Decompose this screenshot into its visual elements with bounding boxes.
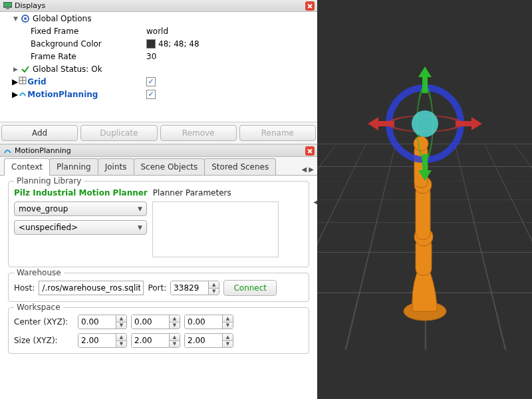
spin-up-icon[interactable]: ▲ [209,281,219,289]
svg-marker-23 [471,117,482,130]
display-toolbar: Add Duplicate Remove Rename [0,122,317,144]
svg-marker-25 [368,117,378,130]
close-icon[interactable] [305,1,315,11]
close-icon[interactable] [305,146,315,156]
grid-icon [18,76,27,87]
chevron-down-icon[interactable]: ▼ [12,15,19,22]
displays-tree: ▼ Global Options Fixed Frame world Backg… [0,12,317,122]
check-icon [19,65,31,74]
motionplanning-checkbox[interactable]: ✓ [146,90,156,99]
fixed-frame-value[interactable]: world [146,27,317,36]
color-swatch [146,39,156,49]
size-z-spinbox[interactable]: ▲▼ [184,333,233,348]
svg-rect-1 [6,7,9,9]
tab-scene-objects[interactable]: Scene Objects [134,158,205,175]
planning-library-title: Planning Library [14,176,84,186]
fixed-frame-row[interactable]: Fixed Frame world [0,25,317,37]
motionplanning-label: MotionPlanning [27,90,98,99]
svg-marker-19 [418,66,432,77]
tab-scroll-right[interactable]: ◀ ▶ [298,166,317,175]
background-color-value[interactable]: 48; 48; 48 [158,39,200,49]
planner-id-combo[interactable]: <unspecified> ▼ [14,220,147,235]
svg-rect-22 [456,121,473,126]
chevron-down-icon: ▼ [138,224,142,231]
grid-row[interactable]: ▶ Grid ✓ [0,75,317,88]
svg-point-3 [24,17,27,20]
move-group-combo[interactable]: move_group ▼ [14,201,147,216]
port-spinbox[interactable]: ▲▼ [170,281,219,295]
spin-down-icon[interactable]: ▼ [209,289,219,295]
planner-id-value: <unspecified> [19,223,78,232]
svg-rect-18 [422,76,428,93]
grid-label: Grid [27,77,46,86]
port-input[interactable] [171,281,208,295]
planning-library-group: Planning Library Pilz Industrial Motion … [8,181,309,267]
svg-point-13 [414,136,428,151]
background-color-label: Background Color [0,39,146,49]
duplicate-button: Duplicate [80,125,157,141]
motion-icon [18,88,27,100]
chevron-right-icon[interactable]: ▶ [12,77,18,86]
planner-params-box [152,201,279,257]
displays-panel-header: Displays [0,0,317,12]
host-input[interactable] [39,281,144,295]
background-color-row[interactable]: Background Color 48; 48; 48 [0,37,317,50]
frame-rate-label: Frame Rate [0,52,146,61]
frame-rate-value[interactable]: 30 [146,52,317,61]
motion-tabs: Context Planning Joints Scene Objects St… [0,157,317,176]
chevron-right-icon[interactable]: ▶ [12,66,19,72]
center-label: Center (XYZ): [14,317,74,327]
fixed-frame-label: Fixed Frame [0,27,146,36]
center-x-spinbox[interactable]: ▲▼ [78,315,127,329]
chevron-down-icon: ▼ [138,205,142,212]
displays-title: Displays [15,1,305,10]
svg-rect-24 [377,121,394,126]
remove-button: Remove [160,125,237,141]
center-z-spinbox[interactable]: ▲▼ [184,315,233,329]
tab-planning[interactable]: Planning [49,158,98,175]
warehouse-title: Warehouse [14,268,64,277]
planner-name: Pilz Industrial Motion Planner [14,188,148,198]
tab-context[interactable]: Context [4,158,50,176]
size-x-spinbox[interactable]: ▲▼ [78,333,127,348]
connect-button[interactable]: Connect [223,280,277,296]
move-group-value: move_group [19,204,68,213]
workspace-group: Workspace Center (XYZ): ▲▼ ▲▼ ▲▼ Size (X… [8,307,309,354]
svg-point-17 [412,110,438,137]
center-y-spinbox[interactable]: ▲▼ [131,315,180,329]
svg-rect-20 [422,154,428,172]
gear-icon [19,14,31,23]
grid-checkbox[interactable]: ✓ [146,77,156,86]
port-label: Port: [148,283,166,293]
workspace-title: Workspace [14,303,63,312]
global-options-label: Global Options [31,14,91,23]
add-button[interactable]: Add [1,125,78,141]
chevron-right-icon[interactable]: ▶ [12,90,18,99]
size-label: Size (XYZ): [14,336,74,345]
host-label: Host: [14,283,35,293]
global-status-row[interactable]: ▶ Global Status: Ok [0,63,317,75]
motionplanning-panel-header: MotionPlanning [0,145,317,157]
rename-button: Rename [239,125,316,141]
motion-icon [3,146,12,156]
svg-rect-0 [3,2,12,7]
motionplanning-panel-title: MotionPlanning [15,146,305,155]
tab-joints[interactable]: Joints [98,158,134,175]
global-status-label: Global Status: Ok [31,65,102,74]
size-y-spinbox[interactable]: ▲▼ [131,333,180,348]
svg-rect-10 [416,186,430,239]
motionplanning-row[interactable]: ▶ MotionPlanning ✓ [0,88,317,100]
warehouse-group: Warehouse Host: Port: ▲▼ Connect [8,273,309,302]
monitor-icon [3,1,12,11]
frame-rate-row[interactable]: Frame Rate 30 [0,50,317,63]
tab-stored-scenes[interactable]: Stored Scenes [204,158,276,175]
planner-params-label: Planner Parameters [153,188,231,198]
3d-viewport[interactable] [317,0,532,399]
global-options-row[interactable]: ▼ Global Options [0,12,317,25]
